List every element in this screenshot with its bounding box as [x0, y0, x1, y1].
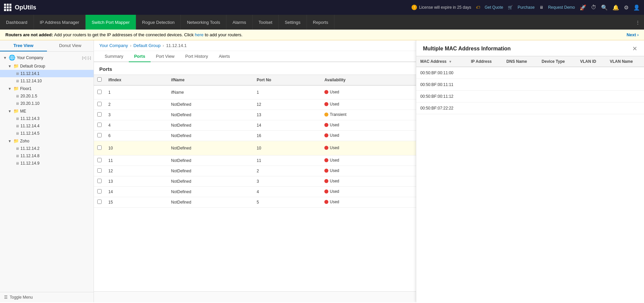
- tab-summary[interactable]: Summary: [99, 51, 129, 62]
- tab-port-history[interactable]: Port History: [180, 51, 213, 62]
- top-bar-left: OpUtils: [4, 4, 36, 11]
- row-checkbox[interactable]: [97, 189, 102, 193]
- mac-cell-1: [467, 79, 502, 91]
- select-all-checkbox[interactable]: [97, 77, 102, 82]
- cell-availability: Used: [321, 176, 413, 187]
- cell-ifindex: 6: [105, 131, 168, 141]
- tree-item-zoho[interactable]: ▼ 📁 Zoho: [0, 137, 94, 145]
- tree-item-default-group[interactable]: ▼ 📁 Default Group: [0, 62, 94, 70]
- row-checkbox[interactable]: [97, 102, 102, 106]
- sidebar-tab-donut[interactable]: Donut View: [47, 40, 94, 51]
- tree-label-your-company: Your Company: [17, 55, 81, 60]
- timer-icon[interactable]: ⏱: [591, 4, 596, 10]
- cell-portno: 12: [253, 99, 321, 110]
- tree-item-11-12-14-2[interactable]: 🖥 11.12.14.2: [0, 145, 94, 152]
- nav-item-switch-port-mapper[interactable]: Switch Port Mapper: [86, 15, 136, 30]
- nav-item-ip-address-manager[interactable]: IP Address Manager: [34, 15, 86, 30]
- banner-link[interactable]: here: [195, 32, 204, 37]
- nav-item-dashboard[interactable]: Dashboard: [0, 15, 34, 30]
- cell-ifindex: 4: [105, 120, 168, 131]
- tree-item-me[interactable]: ▼ 📁 ME: [0, 107, 94, 115]
- mac-table-header-row: MAC Address ▼ IP Address DNS Name Device…: [416, 56, 644, 67]
- tree-item-11-12-14-1[interactable]: 🖥 11.12.14.1: [0, 70, 94, 77]
- side-panel-close-button[interactable]: ✕: [632, 46, 637, 52]
- avail-label: Used: [330, 102, 339, 106]
- breadcrumb-company[interactable]: Your Company: [99, 43, 128, 48]
- company-globe-icon: 🌐: [9, 54, 15, 61]
- banner-next[interactable]: Next ›: [627, 32, 639, 37]
- purchase-button[interactable]: Purchase: [518, 5, 535, 10]
- nav-item-networking-tools[interactable]: Networking Tools: [181, 15, 226, 30]
- row-checkbox[interactable]: [97, 133, 102, 137]
- app-grid-icon[interactable]: [4, 4, 11, 11]
- col-portno: Port No: [253, 75, 321, 86]
- row-checkbox[interactable]: [97, 168, 102, 173]
- row-checkbox[interactable]: [97, 90, 102, 94]
- nav-item-settings[interactable]: Settings: [279, 15, 307, 30]
- tree-item-floor1[interactable]: ▼ 📁 Floor1: [0, 85, 94, 92]
- mac-cell-4: [576, 67, 606, 79]
- tree-item-11-12-14-5[interactable]: 🖥 11.12.14.5: [0, 130, 94, 137]
- user-icon[interactable]: 👤: [633, 4, 640, 11]
- request-demo-button[interactable]: Request Demo: [548, 5, 575, 10]
- bell-icon[interactable]: 🔔: [612, 4, 619, 11]
- mac-cell-5: [606, 79, 644, 91]
- nav-more-button[interactable]: ⋮: [632, 15, 644, 30]
- tree-label-11-12-14-8: 11.12.14.8: [20, 154, 91, 158]
- nav-item-reports[interactable]: Reports: [307, 15, 335, 30]
- cell-ifindex: 1: [105, 85, 168, 99]
- get-quote-button[interactable]: Get Quote: [485, 5, 503, 10]
- tree-item-20-20-1-10[interactable]: 🖥 20.20.1.10: [0, 100, 94, 107]
- cell-ifindex: 15: [105, 197, 168, 208]
- settings-icon[interactable]: ⚙: [624, 4, 629, 11]
- tree-item-20-20-1-5[interactable]: 🖥 20.20.1.5: [0, 92, 94, 100]
- mac-table-row: 00:50:BF:00:11:11: [416, 79, 644, 91]
- tree-label-11-12-14-9: 11.12.14.9: [20, 161, 91, 166]
- toggle-menu-button[interactable]: ☰ Toggle Menu: [0, 292, 94, 302]
- tab-port-view[interactable]: Port View: [151, 51, 180, 62]
- row-checkbox[interactable]: [97, 179, 102, 183]
- tree-label-zoho: Zoho: [20, 139, 91, 143]
- avail-label: Used: [330, 189, 339, 194]
- tab-ports[interactable]: Ports: [129, 51, 151, 62]
- tree-item-11-12-14-9[interactable]: 🖥 11.12.14.9: [0, 160, 94, 167]
- tree-remove-action[interactable]: [-]: [88, 56, 91, 60]
- sidebar-tab-tree[interactable]: Tree View: [0, 40, 47, 51]
- row-checkbox[interactable]: [97, 158, 102, 162]
- nav-item-alarms[interactable]: Alarms: [226, 15, 252, 30]
- folder-icon: 📁: [13, 63, 19, 69]
- tree-label-11-12-14-10: 11.12.14.10: [20, 79, 91, 83]
- mac-tbody: 00:50:BF:00:11:0000:50:BF:00:11:1100:50:…: [416, 67, 644, 114]
- row-checkbox[interactable]: [97, 112, 102, 117]
- row-checkbox[interactable]: [97, 123, 102, 127]
- cell-portno: 16: [253, 131, 321, 141]
- cell-ifindex: 3: [105, 110, 168, 120]
- dot-red-icon: [324, 133, 328, 137]
- tree-add-action[interactable]: [+]: [82, 56, 87, 60]
- tree-item-11-12-14-3[interactable]: 🖥 11.12.14.3: [0, 115, 94, 122]
- mac-col-dns: DNS Name: [502, 56, 538, 67]
- tab-alerts[interactable]: Alerts: [213, 51, 235, 62]
- tree-label-me: ME: [20, 109, 91, 114]
- cell-portno: 4: [253, 187, 321, 197]
- tree-item-11-12-14-8[interactable]: 🖥 11.12.14.8: [0, 152, 94, 160]
- breadcrumb-group[interactable]: Default Group: [133, 43, 161, 48]
- mac-col-mac: MAC Address ▼: [416, 56, 467, 67]
- search-icon[interactable]: 🔍: [601, 4, 608, 11]
- banner: Routers are not added: Add your routers …: [0, 30, 644, 40]
- row-checkbox[interactable]: [97, 200, 102, 204]
- nav-item-toolset[interactable]: Toolset: [253, 15, 279, 30]
- tree-item-your-company[interactable]: ▼ 🌐 Your Company [+] [-]: [0, 53, 94, 62]
- device-icon: 🖥: [15, 94, 19, 98]
- top-bar-right: ! License will expire in 25 days 🏷 Get Q…: [412, 4, 640, 11]
- toggle-expand-icon: ▼: [7, 109, 12, 113]
- mac-cell-0: 00:50:BF:00:11:00: [416, 67, 467, 79]
- rocket-icon[interactable]: 🚀: [580, 4, 586, 11]
- avail-label: Transient: [330, 112, 346, 117]
- tree-item-11-12-14-4[interactable]: 🖥 11.12.14.4: [0, 122, 94, 130]
- tree-item-11-12-14-10[interactable]: 🖥 11.12.14.10: [0, 77, 94, 85]
- row-checkbox[interactable]: [97, 145, 102, 150]
- cell-ifname: NotDefined: [168, 166, 253, 176]
- sort-arrow-mac[interactable]: ▼: [449, 60, 452, 63]
- nav-item-rogue-detection[interactable]: Rogue Detection: [136, 15, 181, 30]
